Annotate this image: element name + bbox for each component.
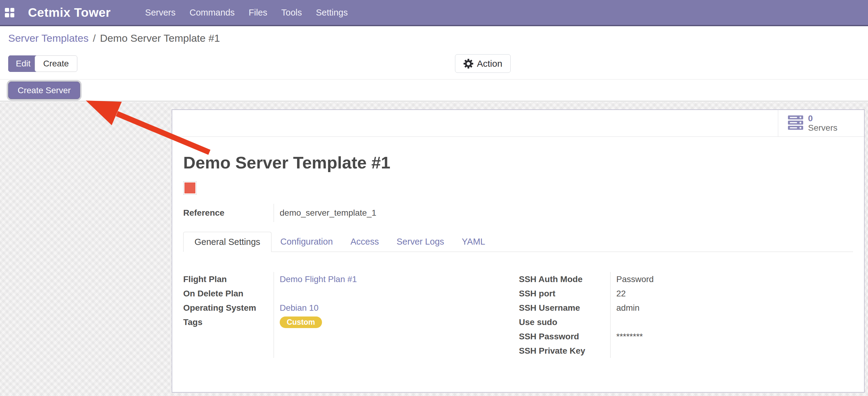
tab-yaml[interactable]: YAML [453, 231, 494, 252]
create-server-button[interactable]: Create Server [8, 82, 80, 99]
field-label-on-delete-plan: On Delete Plan [183, 286, 274, 301]
field-label-ssh-auth-mode: SSH Auth Mode [519, 272, 610, 286]
field-label-tags: Tags [183, 315, 274, 329]
menu-item-files[interactable]: Files [242, 8, 274, 18]
form-toolbar: Edit Create Ac [0, 49, 868, 80]
menu-item-settings[interactable]: Settings [309, 8, 355, 18]
field-value-ssh-username: admin [616, 301, 853, 315]
field-value-ssh-private-key [616, 344, 853, 358]
top-navbar: Cetmix Tower Servers Commands Files Tool… [0, 0, 868, 26]
field-value-ssh-password: ******** [616, 329, 853, 344]
color-swatch [183, 181, 196, 195]
servers-icon [788, 115, 803, 131]
field-label-ssh-private-key: SSH Private Key [519, 344, 610, 358]
tab-access[interactable]: Access [342, 231, 388, 252]
field-value-use-sudo [616, 315, 853, 329]
reference-field: Reference demo_server_template_1 [183, 204, 853, 222]
apps-grid-square [5, 13, 9, 17]
field-group-right: SSH Auth Mode SSH port SSH Username Use … [519, 272, 853, 358]
servers-stat-label: Servers [808, 123, 837, 133]
fields-area: Flight Plan On Delete Plan Operating Sys… [183, 272, 853, 358]
apps-grid-square [10, 8, 14, 12]
edit-button[interactable]: Edit [8, 55, 38, 72]
breadcrumb-current: Demo Server Template #1 [100, 32, 220, 44]
main-menu: Servers Commands Files Tools Settings [138, 8, 355, 18]
apps-grid-icon[interactable] [5, 8, 14, 17]
field-label-ssh-username: SSH Username [519, 301, 610, 315]
screen: Cetmix Tower Servers Commands Files Tool… [0, 0, 868, 396]
tab-general-settings[interactable]: General Settings [183, 232, 272, 252]
field-label-ssh-port: SSH port [519, 286, 610, 301]
action-button-label: Action [477, 58, 502, 69]
flight-plan-link[interactable]: Demo Flight Plan #1 [280, 275, 357, 284]
card-header: 0 Servers [172, 110, 864, 137]
servers-stat-button[interactable]: 0 Servers [778, 110, 864, 137]
breadcrumb-separator: / [89, 32, 100, 44]
breadcrumb: Server Templates / Demo Server Template … [0, 27, 868, 49]
apps-grid-square [10, 13, 14, 17]
operating-system-link[interactable]: Debian 10 [280, 303, 319, 313]
field-value-on-delete-plan [280, 286, 519, 301]
content-background: 0 Servers Demo Server Template #1 Refere… [0, 102, 868, 396]
field-label-ssh-password: SSH Password [519, 329, 610, 344]
breadcrumb-parent-link[interactable]: Server Templates [8, 32, 89, 44]
field-group-left: Flight Plan On Delete Plan Operating Sys… [183, 272, 519, 358]
menu-item-tools[interactable]: Tools [274, 8, 309, 18]
card-body: Demo Server Template #1 Reference demo_s… [172, 153, 864, 358]
tab-server-logs[interactable]: Server Logs [388, 231, 453, 252]
apps-grid-square [5, 8, 9, 12]
field-label-operating-system: Operating System [183, 301, 274, 315]
app-brand[interactable]: Cetmix Tower [28, 5, 111, 20]
tab-configuration[interactable]: Configuration [272, 231, 342, 252]
tag-badge-custom: Custom [280, 316, 322, 328]
color-swatch-fill [184, 182, 195, 193]
field-value-reference: demo_server_template_1 [280, 208, 853, 218]
gear-icon [464, 59, 473, 68]
create-button[interactable]: Create [35, 55, 77, 72]
field-value-ssh-port: 22 [616, 286, 853, 301]
action-button[interactable]: Action [455, 54, 511, 73]
field-label-reference: Reference [183, 208, 274, 218]
menu-item-commands[interactable]: Commands [183, 8, 242, 18]
field-label-flight-plan: Flight Plan [183, 272, 274, 286]
notebook-tabs: General Settings Configuration Access Se… [183, 232, 853, 252]
field-label-use-sudo: Use sudo [519, 315, 610, 329]
field-value-ssh-auth-mode: Password [616, 272, 853, 286]
highlight-bar: Create Server [0, 80, 868, 102]
record-title: Demo Server Template #1 [183, 153, 853, 172]
menu-item-servers[interactable]: Servers [138, 8, 183, 18]
servers-count: 0 [808, 114, 837, 123]
form-card: 0 Servers Demo Server Template #1 Refere… [172, 109, 865, 393]
